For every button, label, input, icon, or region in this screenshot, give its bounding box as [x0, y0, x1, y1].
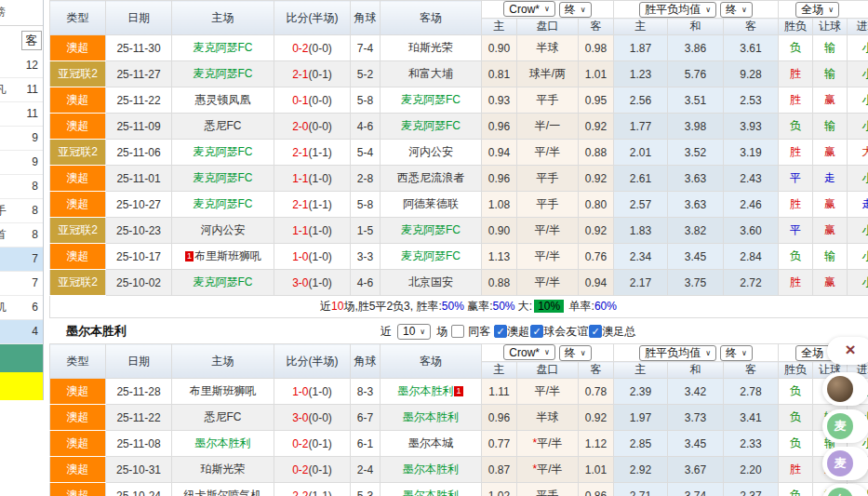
standings-row[interactable]: 7 — [0, 272, 43, 296]
home-team-cell: 麦克阿瑟FC — [172, 140, 274, 166]
league-checkbox[interactable]: ✓ — [530, 325, 543, 338]
home-team-link[interactable]: 麦克阿瑟FC — [194, 197, 253, 210]
home-team-link[interactable]: 悉尼FC — [205, 410, 242, 423]
bookmaker-select[interactable]: Crow*∨ — [503, 1, 555, 17]
home-team-link[interactable]: 珀斯光荣 — [201, 462, 246, 476]
away-team-link[interactable]: 河内公安 — [408, 145, 453, 158]
win-loss-result: 胜 — [779, 61, 813, 87]
standings-row[interactable]: 9 — [0, 127, 43, 151]
close-icon[interactable]: × — [827, 337, 868, 363]
home-odds: 0.87 — [482, 457, 517, 483]
league-checkbox[interactable]: ✓ — [589, 325, 602, 338]
away-team-link[interactable]: 珀斯光荣 — [408, 41, 453, 54]
away-team-link[interactable]: 麦克阿瑟FC — [401, 223, 461, 236]
avg-draw-odds: 3.74 — [668, 483, 724, 496]
avatar[interactable] — [827, 376, 853, 402]
home-team-link[interactable]: 麦克阿瑟FC — [194, 41, 253, 54]
home-team-link[interactable]: 河内公安 — [201, 223, 246, 236]
match-row[interactable]: 澳超 25-10-27 麦克阿瑟FC 2-1(1-1) 5-8 阿德莱德联 1.… — [50, 192, 868, 218]
home-team-link[interactable]: 墨尔本胜利 — [195, 436, 251, 449]
handicap-result: 输 — [813, 114, 848, 140]
avg-home-odds: 2.17 — [614, 270, 668, 296]
away-team-link[interactable]: 麦克阿瑟FC — [401, 119, 461, 132]
average-type-select[interactable]: 胜平负均值∨ — [639, 2, 716, 18]
home-team-link[interactable]: 麦克阿瑟FC — [194, 145, 253, 158]
bookmaker-select[interactable]: Crow*∨ — [503, 344, 555, 360]
chat-avatar-bubble[interactable]: 麦 — [822, 409, 868, 443]
fulltime-score: 0-2 — [292, 463, 308, 476]
home-team-link[interactable]: 悉尼FC — [205, 119, 242, 132]
standings-row[interactable]: 机 6 — [0, 296, 43, 320]
chat-avatar-bubble[interactable] — [822, 372, 868, 406]
same-away-checkbox[interactable] — [451, 325, 464, 338]
match-row[interactable]: 澳超 25-10-31 珀斯光荣 0-2(0-1) 2-4 墨尔本胜利 0.87… — [50, 457, 868, 483]
standings-row[interactable]: 12 — [0, 54, 43, 78]
odds-time-select[interactable]: 终∨ — [559, 2, 592, 18]
home-team-cell: 墨尔本胜利 — [172, 431, 274, 457]
away-team-link[interactable]: 阿德莱德联 — [403, 197, 459, 210]
standings-row[interactable]: 手 8 — [0, 199, 43, 223]
chat-widget-close[interactable]: × — [827, 337, 868, 365]
scope-select[interactable]: 全场∨ — [795, 2, 839, 18]
home-team-link[interactable]: 布里斯班狮吼 — [194, 249, 261, 262]
standings-row[interactable]: 7 — [0, 248, 43, 272]
match-row[interactable]: 澳超 25-10-17 1布里斯班狮吼 1-0(1-0) 3-3 麦克阿瑟FC … — [50, 244, 868, 270]
standings-row[interactable]: 4 — [0, 320, 43, 344]
avatar[interactable]: 东 — [827, 488, 853, 496]
handicap: 平/半 — [537, 462, 562, 476]
home-team-link[interactable]: 惠灵顿凤凰 — [195, 93, 251, 106]
match-row[interactable]: 澳超 25-11-30 麦克阿瑟FC 0-2(0-0) 7-4 珀斯光荣 0.9… — [50, 35, 868, 61]
home-team-link[interactable]: 麦克阿瑟FC — [194, 67, 253, 80]
home-team-link[interactable]: 麦克阿瑟FC — [194, 275, 253, 288]
standings-row[interactable]: 9 — [0, 151, 43, 175]
home-team-link[interactable]: 布里斯班狮吼 — [190, 384, 257, 397]
away-team-link[interactable]: 和富大埔 — [408, 67, 453, 80]
standings-value: 8 — [32, 199, 38, 222]
away-team-link[interactable]: 墨尔本城 — [408, 436, 453, 449]
avg-away-odds: 3.93 — [724, 114, 779, 140]
match-row[interactable]: 亚冠联2 25-11-06 麦克阿瑟FC 2-1(1-1) 5-4 河内公安 0… — [50, 140, 868, 166]
away-team-link[interactable]: 墨尔本胜利 — [403, 410, 459, 423]
avg-time-select[interactable]: 终∨ — [720, 345, 753, 361]
away-filter-button[interactable]: 客 — [21, 31, 42, 50]
away-team-link[interactable]: 西悉尼流浪者 — [397, 171, 464, 184]
match-row[interactable]: 亚冠联2 25-11-27 麦克阿瑟FC 2-1(0-1) 5-2 和富大埔 0… — [50, 61, 868, 87]
avatar[interactable]: 麦 — [827, 450, 853, 476]
match-row[interactable]: 亚冠联2 25-10-02 麦克阿瑟FC 3-0(1-0) 4-6 北京国安 0… — [50, 270, 868, 296]
corners: 5-3 — [351, 483, 381, 496]
away-team-link[interactable]: 麦克阿瑟FC — [401, 93, 461, 106]
col-header-away: 客场 — [381, 344, 482, 379]
odds-time-select[interactable]: 终∨ — [559, 345, 592, 361]
standings-row[interactable]: 8 — [0, 175, 43, 199]
home-team-cell: 悉尼FC — [172, 405, 274, 431]
avg-time-select[interactable]: 终∨ — [720, 2, 753, 18]
chat-avatar-bubble[interactable]: 东 — [822, 484, 868, 496]
away-team-link[interactable]: 墨尔本胜利 — [403, 462, 459, 476]
standings-zone-green — [0, 344, 43, 372]
standings-row[interactable]: 首 8 — [0, 223, 43, 248]
home-team-link[interactable]: 麦克阿瑟FC — [194, 171, 253, 184]
away-team-link[interactable]: 墨尔本胜利 — [397, 384, 453, 397]
average-type-select[interactable]: 胜平负均值∨ — [639, 345, 716, 361]
home-team-link[interactable]: 纽卡斯尔喷气机 — [184, 489, 262, 496]
away-team-link[interactable]: 墨尔本胜利 — [403, 489, 459, 496]
standings-row[interactable]: 凡 11 — [0, 78, 43, 102]
match-row[interactable]: 澳超 25-11-08 墨尔本胜利 0-2(0-1) 6-1 墨尔本城 0.77… — [50, 431, 868, 457]
match-row[interactable]: 澳超 25-11-09 悉尼FC 2-0(0-0) 4-6 麦克阿瑟FC 0.9… — [50, 114, 868, 140]
standings-row[interactable]: 11 — [0, 102, 43, 127]
fulltime-score: 3-0 — [292, 276, 308, 289]
away-team-link[interactable]: 北京国安 — [408, 275, 453, 288]
home-team-cell: 1布里斯班狮吼 — [172, 244, 274, 270]
match-row[interactable]: 澳超 25-11-28 布里斯班狮吼 1-0(1-0) 8-3 墨尔本胜利1 1… — [50, 379, 868, 405]
match-row[interactable]: 澳超 25-10-24 纽卡斯尔喷气机 2-2(1-1) 5-3 墨尔本胜利 1… — [50, 483, 868, 496]
match-row[interactable]: 澳超 25-11-22 惠灵顿凤凰 0-1(0-0) 5-8 麦克阿瑟FC 0.… — [50, 87, 868, 114]
away-team-link[interactable]: 麦克阿瑟FC — [401, 249, 461, 262]
match-count-select[interactable]: 10∨ — [397, 324, 431, 340]
chat-avatar-bubble[interactable]: 麦 — [822, 447, 868, 480]
league-checkbox[interactable]: ✓ — [494, 325, 507, 338]
match-row[interactable]: 亚冠联2 25-10-23 河内公安 1-1(1-0) 1-5 麦克阿瑟FC 0… — [50, 218, 868, 244]
match-row[interactable]: 澳超 25-11-22 悉尼FC 3-0(0-0) 6-7 墨尔本胜利 0.96… — [50, 405, 868, 431]
match-row[interactable]: 澳超 25-11-01 麦克阿瑟FC 1-1(1-0) 2-8 西悉尼流浪者 0… — [50, 166, 868, 192]
avatar[interactable]: 麦 — [827, 413, 853, 439]
handicap-cell: 半球 — [517, 405, 579, 431]
